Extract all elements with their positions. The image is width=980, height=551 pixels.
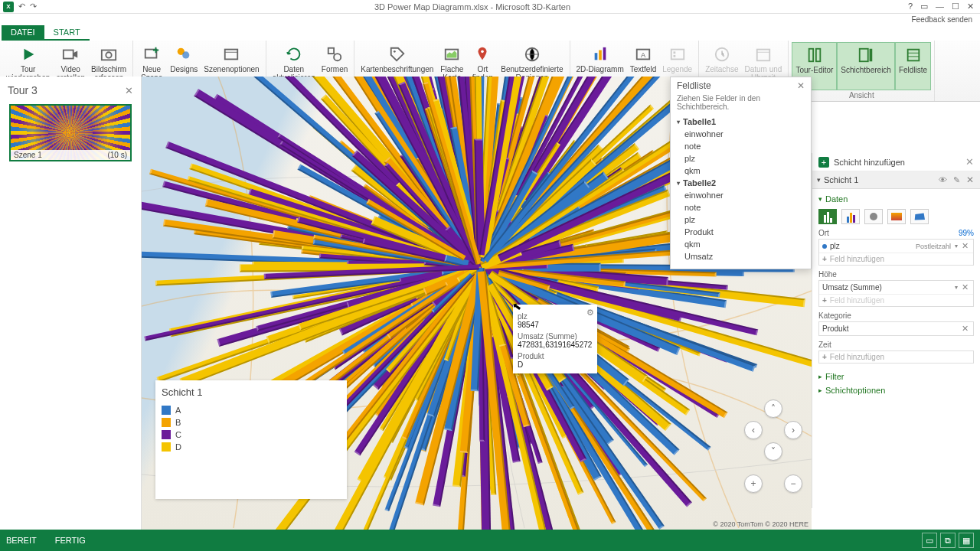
- field-item[interactable]: note: [677, 201, 805, 214]
- tour-title: Tour 3: [8, 84, 38, 96]
- field-item[interactable]: Produkt: [677, 226, 805, 238]
- tilt-down-button[interactable]: ˅: [764, 442, 782, 461]
- tour-panel-close[interactable]: ✕: [125, 85, 133, 96]
- layer-panel: + Schicht hinzufügen ✕ ▾ Schicht 1 👁 ✎ ✕…: [812, 153, 980, 508]
- flat-map-icon: [443, 45, 461, 64]
- delete-layer-icon[interactable]: ✕: [965, 174, 975, 185]
- field-list-dialog[interactable]: Feldliste ✕ Ziehen Sie Felder in den Sch…: [670, 77, 812, 269]
- svg-point-5: [182, 51, 189, 58]
- map-nav-controls: ˄ ‹ › ˅ + −: [744, 399, 802, 493]
- undo-icon[interactable]: ↶: [18, 2, 25, 11]
- tooltip-settings-icon[interactable]: ⚙: [586, 308, 594, 318]
- feedback-link[interactable]: Feedback senden: [0, 14, 980, 25]
- legend-item: C: [162, 429, 341, 441]
- rename-icon[interactable]: ✎: [952, 175, 962, 185]
- height-well[interactable]: Umsatz (Summe) ▾ ✕ +Feld hinzufügen: [818, 280, 974, 307]
- redo-icon[interactable]: ↷: [30, 2, 37, 11]
- close-icon[interactable]: ✕: [967, 2, 974, 11]
- add-layer-button[interactable]: + Schicht hinzufügen: [818, 157, 905, 168]
- field-item[interactable]: einwohner: [677, 189, 805, 201]
- tab-datei[interactable]: DATEI: [2, 25, 44, 41]
- status-done: FERTIG: [55, 536, 86, 545]
- tab-start[interactable]: START: [44, 25, 90, 41]
- minimize-icon[interactable]: —: [936, 2, 944, 11]
- new-scene-icon: [142, 45, 161, 64]
- field-remove-icon[interactable]: ✕: [960, 241, 970, 251]
- view-mode-2[interactable]: ⧉: [940, 533, 956, 548]
- document-title: 3D Power Map Diagramm.xlsx - Microsoft 3…: [37, 2, 908, 11]
- svg-text:A: A: [641, 51, 646, 59]
- view-mode-3[interactable]: ▦: [959, 533, 974, 548]
- data-tooltip: ⚙ plz 98547 Umsatz (Summe) 472831,631916…: [513, 305, 597, 373]
- field-dropdown-icon[interactable]: ▾: [952, 243, 960, 249]
- field-remove-icon[interactable]: ✕: [960, 282, 970, 292]
- time-add-field[interactable]: +Feld hinzufügen: [819, 351, 973, 363]
- field-remove-icon[interactable]: ✕: [960, 324, 970, 334]
- excel-icon: X: [3, 2, 14, 12]
- map-legend[interactable]: Schicht 1 ABCD: [155, 380, 347, 499]
- field-list-close[interactable]: ✕: [797, 80, 805, 91]
- section-filter[interactable]: ▸Filter: [818, 370, 974, 383]
- map-credits: © 2020 TomTom © 2020 HERE: [713, 520, 808, 528]
- svg-rect-26: [870, 49, 873, 62]
- play-icon: [19, 45, 38, 64]
- clock-icon: [713, 45, 731, 64]
- time-well[interactable]: +Feld hinzufügen: [818, 350, 974, 364]
- chart-type-clustered-column[interactable]: [841, 209, 860, 224]
- chart-type-stacked-column[interactable]: [818, 209, 837, 224]
- plus-icon: +: [818, 157, 829, 168]
- svg-rect-20: [673, 55, 675, 57]
- tilt-up-button[interactable]: ˄: [764, 399, 782, 418]
- view-mode-1[interactable]: ▭: [922, 533, 937, 548]
- field-item[interactable]: einwohner: [677, 128, 805, 140]
- svg-point-8: [334, 54, 341, 60]
- chart-type-bubble[interactable]: [864, 209, 883, 224]
- table-node[interactable]: Tabelle1: [677, 116, 805, 128]
- location-field-row: plz Postleitzahl ▾ ✕: [819, 240, 973, 253]
- category-well[interactable]: Produkt ✕: [818, 321, 974, 336]
- chevron-down-icon: ▾: [817, 176, 821, 184]
- maximize-icon[interactable]: ☐: [952, 2, 959, 11]
- height-add-field[interactable]: +Feld hinzufügen: [819, 295, 973, 306]
- layer-pane-icon: [857, 46, 875, 64]
- scene-name: Szene 1: [14, 151, 42, 159]
- geocode-confidence[interactable]: 99%: [959, 229, 974, 237]
- regions-icon: [523, 45, 541, 64]
- field-item[interactable]: plz: [677, 214, 805, 226]
- location-add-field[interactable]: +Feld hinzufügen: [819, 253, 973, 265]
- field-list-hint: Ziehen Sie Felder in den Schichtbereich.: [671, 94, 811, 114]
- video-icon: [61, 45, 80, 64]
- field-item[interactable]: plz: [677, 152, 805, 165]
- chart-type-region[interactable]: [910, 209, 929, 224]
- ribbon-collapse-icon[interactable]: ▭: [920, 2, 928, 11]
- table-node[interactable]: Tabelle2: [677, 177, 805, 189]
- field-item[interactable]: note: [677, 140, 805, 152]
- rotate-right-button[interactable]: ›: [784, 421, 802, 439]
- legend-item: B: [162, 416, 341, 429]
- zoom-in-button[interactable]: +: [744, 474, 763, 493]
- field-list-icon: [904, 46, 923, 64]
- height-field-row: Umsatz (Summe) ▾ ✕: [819, 281, 973, 295]
- layer-panel-close[interactable]: ✕: [965, 156, 974, 168]
- field-dropdown-icon[interactable]: ▾: [952, 284, 960, 291]
- scene-thumbnail[interactable]: Szene 1 (10 s): [9, 104, 132, 161]
- field-item[interactable]: Umsatz: [677, 250, 805, 262]
- rotate-left-button[interactable]: ‹: [744, 421, 763, 439]
- svg-point-2: [106, 52, 111, 57]
- layer-header[interactable]: ▾ Schicht 1 👁 ✎ ✕: [812, 171, 980, 189]
- category-field-row: Produkt ✕: [819, 322, 973, 335]
- scene-duration: (10 s): [107, 151, 127, 159]
- chart-type-heatmap[interactable]: [887, 209, 906, 224]
- section-daten[interactable]: ▾Daten: [818, 192, 974, 206]
- location-well[interactable]: plz Postleitzahl ▾ ✕ +Feld hinzufügen: [818, 239, 974, 266]
- section-schichtoptionen[interactable]: ▸Schichtoptionen: [818, 383, 974, 397]
- field-item[interactable]: qkm: [677, 238, 805, 250]
- svg-rect-14: [599, 51, 602, 60]
- help-icon[interactable]: ?: [908, 2, 913, 11]
- zoom-out-button[interactable]: −: [784, 474, 802, 493]
- svg-point-9: [394, 51, 396, 53]
- field-item[interactable]: qkm: [677, 165, 805, 177]
- visibility-icon[interactable]: 👁: [937, 175, 949, 184]
- svg-rect-7: [328, 48, 334, 54]
- chart-icon: [591, 45, 609, 64]
